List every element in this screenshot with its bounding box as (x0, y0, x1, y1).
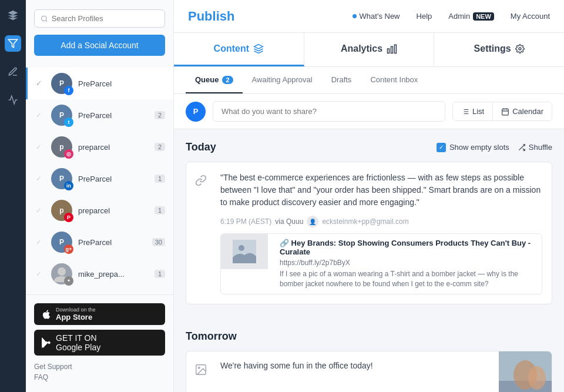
link-url[interactable]: https://buff.ly/2p7bByX (280, 259, 537, 267)
queue-badge: 2 (222, 76, 233, 84)
whats-new-link[interactable]: What's New (352, 12, 400, 21)
svg-line-2 (46, 20, 47, 21)
tab-awaiting-approval[interactable]: Awaiting Approval (243, 67, 322, 93)
profile-name: PreParcel (78, 175, 149, 183)
tab-drafts[interactable]: Drafts (322, 67, 361, 93)
shuffle-label: Shuffle (529, 143, 552, 152)
apple-icon (41, 309, 52, 320)
list-item[interactable]: ✓ p ◎ preparcel 2 (26, 131, 173, 163)
check-icon: ✓ (36, 206, 45, 215)
search-box[interactable] (34, 9, 165, 28)
profile-name: PreParcel (78, 79, 165, 88)
tab-content-inbox[interactable]: Content Inbox (361, 67, 427, 93)
tab-settings[interactable]: Settings (434, 33, 564, 66)
list-item[interactable]: ✓ P in PreParcel 1 (26, 163, 173, 195)
calendar-view-button[interactable]: Calendar (493, 102, 552, 120)
profile-count: 1 (155, 175, 165, 183)
admin-link[interactable]: Admin NEW (448, 12, 494, 21)
new-dot (352, 14, 357, 18)
admin-badge: NEW (473, 12, 494, 21)
app-store-button[interactable]: Download on the App Store (34, 303, 165, 325)
link-icon (192, 172, 210, 189)
sidebar-header (26, 0, 173, 35)
googleplus-badge: g+ (64, 244, 73, 254)
svg-rect-5 (391, 46, 393, 53)
list-item[interactable]: ✓ P t PreParcel 2 (26, 99, 173, 131)
publish-icon[interactable] (5, 35, 21, 52)
post-text: "The best e-commerce experiences are fri… (220, 172, 542, 209)
stack-icon (253, 43, 264, 54)
profile-count: 1 (155, 270, 165, 278)
add-social-account-button[interactable]: Add a Social Account (34, 35, 165, 56)
tomorrow-left (186, 351, 216, 392)
show-empty-slots-toggle[interactable]: ✓ Show empty slots (437, 143, 509, 152)
show-empty-label: Show empty slots (449, 143, 509, 152)
google-play-subtext: GET IT ON (56, 333, 100, 343)
brand-logo: Publish (188, 9, 234, 24)
link-preview: 🔗 Hey Brands: Stop Showing Consumers Pro… (220, 233, 542, 294)
list-view-button[interactable]: List (453, 102, 493, 120)
profile-count: 1 (155, 206, 165, 215)
instagram-badge: ◎ (64, 149, 73, 159)
faq-link[interactable]: FAQ (34, 373, 165, 381)
search-input[interactable] (52, 14, 159, 23)
list-item[interactable]: ✓ p P preparcel 1 (26, 195, 173, 226)
post-via: via Quuu (275, 217, 303, 226)
tab-queue[interactable]: Queue 2 (186, 67, 243, 93)
profile-name: preparcel (78, 206, 149, 215)
compose-bar: P List Calendar (174, 94, 564, 129)
photo-thumbnail (499, 351, 552, 392)
edit-icon[interactable] (5, 63, 21, 80)
analytics-icon[interactable] (5, 92, 21, 108)
content-area: Content Analytics Settings Queue 2 (174, 33, 564, 392)
help-link[interactable]: Help (417, 12, 432, 21)
compose-avatar: P (186, 102, 206, 122)
facebook-badge: f (64, 86, 73, 95)
svg-point-3 (58, 267, 66, 276)
shuffle-button[interactable]: Shuffle (518, 143, 552, 152)
profile-name: mike_prepa... (78, 270, 149, 279)
tab-content[interactable]: Content (174, 33, 304, 66)
list-item[interactable]: ✓ ✦ mike_prepa... 1 (26, 258, 173, 290)
post-user: ecksteinmk+pp@gmail.com (322, 217, 408, 226)
check-icon: ✓ (36, 175, 45, 183)
pinterest-badge: P (64, 213, 73, 222)
search-icon (41, 15, 48, 23)
list-item[interactable]: ✓ P g+ PreParcel 30 (26, 226, 173, 258)
profile-name: preparcel (78, 143, 149, 152)
list-item[interactable]: ✓ P f PreParcel (26, 68, 173, 99)
svg-rect-4 (388, 49, 390, 53)
profile-list: ✓ P f PreParcel ✓ P t PreParcel 2 ✓ p ◎ … (26, 65, 173, 294)
svg-point-21 (239, 245, 244, 251)
google-play-button[interactable]: GET IT ON Google Play (34, 330, 165, 356)
today-controls: ✓ Show empty slots Shuffle (437, 143, 552, 152)
get-support-link[interactable]: Get Support (34, 363, 165, 371)
link-thumbnail (221, 234, 268, 269)
check-icon: ✓ (36, 270, 45, 278)
tomorrow-photo (499, 351, 552, 392)
bar-chart-icon (387, 43, 397, 54)
svg-point-23 (198, 367, 200, 368)
twitter-badge: t (64, 118, 73, 127)
profile-count: 2 (155, 143, 165, 151)
profile-name: PreParcel (78, 111, 149, 120)
google-play-icon (41, 337, 52, 348)
post-time: 6:19 PM (AEST) (220, 217, 271, 226)
tomorrow-title: Tomorrow (186, 330, 237, 343)
avatar: P in (51, 168, 72, 189)
profile-name: PreParcel (78, 238, 146, 247)
image-icon (192, 361, 210, 378)
check-icon: ✓ (36, 238, 45, 246)
link-title: 🔗 Hey Brands: Stop Showing Consumers Pro… (280, 239, 537, 256)
empty-slots-checkbox[interactable]: ✓ (437, 143, 446, 152)
svg-rect-14 (502, 109, 509, 115)
gear-icon (515, 44, 525, 53)
app-store-label: App Store (56, 313, 96, 321)
main-content: Publish What's New Help Admin NEW My Acc… (174, 0, 564, 392)
calendar-icon (501, 108, 509, 116)
compose-input[interactable] (213, 101, 445, 122)
tab-analytics[interactable]: Analytics (304, 33, 435, 66)
account-link[interactable]: My Account (511, 12, 550, 21)
layers-icon[interactable] (5, 7, 21, 24)
table-row: "The best e-commerce experiences are fri… (186, 162, 552, 304)
